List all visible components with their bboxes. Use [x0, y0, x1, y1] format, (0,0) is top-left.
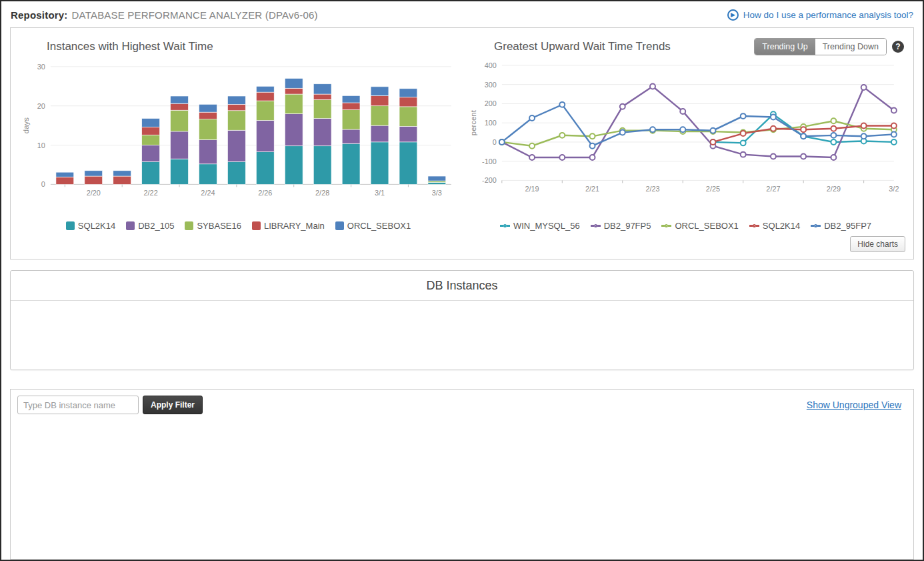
legend-item-db2-105: DB2_105 [126, 221, 174, 231]
legend-label: SQL2K14 [763, 221, 800, 231]
svg-text:-200: -200 [482, 176, 497, 184]
top-bar: Repository:DATABASE PERFORMANCE ANALYZER… [1, 1, 923, 27]
svg-text:2/22: 2/22 [144, 189, 158, 197]
svg-text:2/29: 2/29 [827, 185, 841, 193]
legend-line-marker-icon [591, 224, 601, 227]
svg-text:2/28: 2/28 [315, 189, 329, 197]
svg-text:2/23: 2/23 [645, 185, 659, 193]
legend-label: LIBRARY_Main [264, 221, 325, 231]
svg-text:100: 100 [485, 119, 497, 127]
legend-item-orcl-sebox1: ORCL_SEBOX1 [661, 221, 738, 231]
card-title: DB Instances [11, 271, 913, 301]
card-body [11, 301, 913, 321]
svg-text:2/26: 2/26 [258, 189, 272, 197]
svg-text:2/24: 2/24 [201, 189, 215, 197]
svg-text:0: 0 [493, 138, 497, 146]
svg-text:-100: -100 [482, 157, 497, 165]
legend-item-orcl-sebox1: ORCL_SEBOX1 [335, 221, 411, 231]
svg-text:3/2: 3/2 [889, 185, 899, 193]
legend-label: ORCL_SEBOX1 [347, 221, 411, 231]
legend-line-marker-icon [811, 224, 821, 227]
legend-item-library-main: LIBRARY_Main [252, 221, 325, 231]
svg-text:10: 10 [37, 141, 45, 149]
svg-text:3/3: 3/3 [432, 189, 442, 197]
apply-filter-button[interactable]: Apply Filter [143, 396, 203, 414]
svg-text:2/27: 2/27 [766, 185, 780, 193]
legend-label: ORCL_SEBOX1 [675, 221, 738, 231]
legend-label: SYBASE16 [197, 221, 241, 231]
line-chart-legend: WIN_MYSQL_56DB2_97FP5ORCL_SEBOX1SQL2K14D… [462, 216, 909, 235]
legend-item-win-mysql-56: WIN_MYSQL_56 [500, 221, 580, 231]
legend-swatch-icon [66, 221, 75, 230]
dpa-dashboard: Repository:DATABASE PERFORMANCE ANALYZER… [0, 0, 924, 561]
legend-line-marker-icon [749, 224, 759, 227]
help-circle-icon[interactable]: ? [892, 41, 904, 53]
bar-chart-head: Instances with Highest Wait Time [15, 37, 462, 57]
wait-time-bar-chart-section: Instances with Highest Wait Time 0102030… [15, 37, 462, 235]
legend-item-sybase16: SYBASE16 [185, 221, 241, 231]
page-title: Repository:DATABASE PERFORMANCE ANALYZER… [11, 9, 318, 21]
instances-panel: Apply Filter Show Ungrouped View [10, 389, 914, 560]
legend-label: DB2_95FP7 [824, 221, 871, 231]
line-chart-title: Greatest Upward Wait Time Trends [494, 40, 754, 53]
svg-text:2/20: 2/20 [87, 189, 101, 197]
hide-charts-row: Hide charts [15, 235, 909, 256]
legend-label: SQL2K14 [78, 221, 115, 231]
svg-text:2/19: 2/19 [525, 185, 539, 193]
bar-chart-svg: 0102030days2/202/222/242/262/283/13/3 [15, 57, 462, 216]
svg-text:2/25: 2/25 [706, 185, 720, 193]
trend-line-chart-section: Greatest Upward Wait Time Trends Trendin… [462, 37, 909, 235]
hide-charts-button[interactable]: Hide charts [850, 236, 905, 252]
help-link[interactable]: ▶ How do I use a performance analysis to… [727, 9, 913, 21]
svg-text:300: 300 [485, 81, 497, 89]
svg-text:3/1: 3/1 [375, 189, 385, 197]
instance-filter-input[interactable] [17, 396, 139, 414]
legend-line-marker-icon [500, 224, 510, 227]
repository-label: Repository: [11, 9, 68, 21]
summary-card-db-instances: DB Instances [10, 270, 914, 370]
svg-text:2/21: 2/21 [585, 185, 599, 193]
trend-toggle-group: Trending Up Trending Down [754, 38, 887, 55]
svg-text:200: 200 [485, 99, 497, 107]
legend-label: DB2_97FP5 [604, 221, 651, 231]
line-chart-svg: -200-1000100200300400percent2/192/212/23… [462, 57, 909, 216]
legend-swatch-icon [126, 221, 135, 230]
legend-swatch-icon [185, 221, 193, 230]
legend-item-sql2k14: SQL2K14 [749, 221, 800, 231]
legend-label: DB2_105 [138, 221, 174, 231]
filter-bar: Apply Filter Show Ungrouped View [11, 390, 913, 420]
bar-chart-title: Instances with Highest Wait Time [47, 40, 457, 53]
legend-label: WIN_MYSQL_56 [513, 221, 580, 231]
summary-cards-row: DB Instances [10, 270, 914, 370]
legend-line-marker-icon [661, 224, 671, 227]
svg-text:percent: percent [469, 109, 477, 135]
legend-item-sql2k14: SQL2K14 [66, 221, 115, 231]
help-link-label: How do I use a performance analysis tool… [743, 10, 913, 20]
show-ungrouped-view-link[interactable]: Show Ungrouped View [807, 400, 901, 410]
charts-row: Instances with Highest Wait Time 0102030… [15, 37, 909, 235]
charts-panel: Instances with Highest Wait Time 0102030… [10, 27, 914, 259]
play-icon: ▶ [727, 9, 739, 21]
svg-text:0: 0 [41, 180, 45, 188]
bar-chart-legend: SQL2K14DB2_105SYBASE16LIBRARY_MainORCL_S… [15, 216, 462, 235]
svg-text:30: 30 [37, 63, 45, 71]
svg-text:20: 20 [37, 102, 45, 110]
legend-item-db2-95fp7: DB2_95FP7 [811, 221, 871, 231]
svg-text:days: days [22, 117, 30, 133]
trending-up-button[interactable]: Trending Up [755, 39, 815, 55]
legend-item-db2-97fp5: DB2_97FP5 [591, 221, 651, 231]
trending-down-button[interactable]: Trending Down [815, 39, 886, 55]
line-chart-head: Greatest Upward Wait Time Trends Trendin… [462, 37, 909, 57]
legend-swatch-icon [252, 221, 261, 230]
svg-text:400: 400 [485, 61, 497, 69]
repository-name: DATABASE PERFORMANCE ANALYZER (DPAv6-06) [72, 9, 318, 21]
legend-swatch-icon [335, 221, 344, 230]
